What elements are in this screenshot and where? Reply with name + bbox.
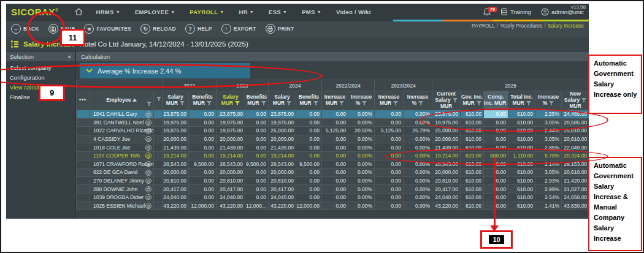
grid-cell[interactable]: 28,543.00 xyxy=(217,160,245,168)
grid-cell[interactable]: 0.00 xyxy=(189,193,217,202)
sidebar-item-configuration[interactable]: Configuration xyxy=(6,73,75,83)
column-header-total-inc-mur[interactable]: Total Inc.MUR xyxy=(508,91,535,110)
grid-cell[interactable]: 20,417.00 xyxy=(163,185,189,194)
grid-cell[interactable]: 43,830.00 xyxy=(562,202,589,210)
grid-cell[interactable]: 24,040.00 xyxy=(163,193,189,202)
grid-cell[interactable]: 12,000.00 xyxy=(189,202,217,210)
grid-cell[interactable]: 0.00 xyxy=(189,185,217,194)
column-header-salary-mur[interactable]: SalaryMUR xyxy=(269,91,296,110)
column-header-benefits-mur[interactable]: BenefitsMUR xyxy=(245,91,269,110)
grid-cell[interactable]: 0.00 xyxy=(245,118,269,127)
column-header-salary-mur[interactable]: SalaryMUR xyxy=(163,91,189,110)
grid-cell[interactable]: 0.00 xyxy=(375,110,404,119)
filter-icon[interactable] xyxy=(477,101,481,105)
grid-cell[interactable]: 20,000.00 xyxy=(163,135,189,143)
reload-button[interactable]: ↻RELOAD xyxy=(140,24,176,34)
info-icon[interactable]: @ xyxy=(145,178,151,184)
grid-cell[interactable]: 0.00 xyxy=(322,202,348,210)
info-icon[interactable]: @ xyxy=(145,136,151,142)
grid-cell[interactable]: 0.00 xyxy=(484,185,508,194)
grid-cell[interactable]: 24,040.00 xyxy=(269,193,296,202)
grid-cell[interactable]: 0.00% xyxy=(348,176,375,185)
grid-cell[interactable]: 610.00 xyxy=(461,185,484,194)
employee-cell[interactable]: 1107 COOPER Tom@ xyxy=(90,151,154,160)
grid-cell[interactable]: 1,110.00 xyxy=(508,151,535,160)
filter-icon[interactable] xyxy=(362,101,367,105)
grid-cell[interactable]: 0.00% xyxy=(348,193,375,202)
grid-cell[interactable]: 0.00 xyxy=(245,193,269,202)
nav-item-ess[interactable]: ESS▼ xyxy=(269,9,287,15)
grid-cell[interactable]: 1.41% xyxy=(535,202,562,210)
column-header-current-salary-mur[interactable]: CurrentSalaryMUR xyxy=(432,91,461,110)
grid-cell[interactable]: 0.00 xyxy=(245,110,269,119)
grid-cell[interactable]: 22,049.00 xyxy=(562,143,589,152)
grid-cell[interactable]: 23,875.00 xyxy=(269,110,296,119)
employee-cell[interactable]: 1041 CAHILL Gary@ xyxy=(90,110,154,119)
grid-cell[interactable]: 0.00 xyxy=(189,143,217,152)
selector-cell[interactable] xyxy=(154,143,163,152)
info-icon[interactable]: @ xyxy=(145,153,151,159)
filter-icon[interactable] xyxy=(339,101,344,105)
grid-cell[interactable]: 43,220.00 xyxy=(432,202,461,210)
grid-cell[interactable]: 0.00 xyxy=(296,168,322,177)
average-increase-bar[interactable]: Average % Increase 2.44 % xyxy=(80,63,250,78)
column-header-increase-mur[interactable]: IncreaseMUR xyxy=(375,91,404,110)
grid-cell[interactable]: 0.00 xyxy=(322,185,348,194)
sidebar-item-select-company[interactable]: Select company xyxy=(6,63,75,73)
column-header-increase-[interactable]: Increase% xyxy=(404,91,432,110)
grid-cell[interactable]: 25,610.00 xyxy=(562,127,589,135)
employee-cell[interactable]: 1071 CRAWFORD Robert@ xyxy=(90,160,154,168)
grid-cell[interactable]: 2.55% xyxy=(535,110,562,119)
filter-icon[interactable] xyxy=(207,101,212,105)
grid-cell[interactable]: 5,125.00 xyxy=(375,127,404,135)
grid-cell[interactable]: 0.00 xyxy=(245,185,269,194)
grid-cell[interactable]: 610.00 xyxy=(461,143,484,152)
grid-cell[interactable]: 21,027.00 xyxy=(562,185,589,194)
grid-cell[interactable]: 43,220.00 xyxy=(163,202,189,210)
grid-cell[interactable]: 0.00 xyxy=(375,135,404,143)
grid-cell[interactable]: 23,875.00 xyxy=(432,110,461,119)
selector-cell[interactable] xyxy=(154,135,163,143)
info-icon[interactable]: @ xyxy=(145,119,151,126)
grid-cell[interactable]: 29,153.00 xyxy=(562,160,589,168)
grid-cell[interactable]: 0.00 xyxy=(375,168,404,177)
brand-logo[interactable]: SICORAX® xyxy=(11,7,59,17)
grid-cell[interactable]: 0.00 xyxy=(245,176,269,185)
grid-cell[interactable]: 0.00% xyxy=(404,143,432,152)
grid-cell[interactable]: 610.00 xyxy=(508,202,535,210)
grid-cell[interactable]: 0.00% xyxy=(348,143,375,152)
grid-cell[interactable]: 0.00% xyxy=(348,202,375,210)
grid-cell[interactable]: 0.00% xyxy=(348,160,375,168)
grid-cell[interactable]: 610.00 xyxy=(461,202,484,210)
filter-icon[interactable] xyxy=(549,101,554,105)
breadcrumb-item[interactable]: Yearly Procedures xyxy=(500,23,542,29)
grid-cell[interactable]: 19,975.00 xyxy=(432,118,461,127)
grid-cell[interactable]: 0.00 xyxy=(245,151,269,160)
selector-cell[interactable] xyxy=(154,176,163,185)
grid-cell[interactable]: 0.00 xyxy=(245,135,269,143)
grid-cell[interactable]: 20.50% xyxy=(348,127,375,135)
grid-cell[interactable]: 20,417.00 xyxy=(217,185,245,194)
grid-cell[interactable]: 2.54% xyxy=(535,193,562,202)
grid-cell[interactable]: 0.00% xyxy=(404,193,432,202)
grid-cell[interactable]: 610.00 xyxy=(508,185,535,194)
back-button[interactable]: ←BACK xyxy=(11,24,39,34)
grid-cell[interactable]: 0.00 xyxy=(296,193,322,202)
filter-icon[interactable] xyxy=(235,101,240,105)
grid-cell[interactable]: 0.00 xyxy=(189,110,217,119)
grid-cell[interactable]: 610.00 xyxy=(508,110,535,119)
selector-cell[interactable] xyxy=(154,193,163,202)
grid-cell[interactable]: 0.00 xyxy=(484,168,508,177)
row-gutter-cell[interactable] xyxy=(77,118,90,127)
column-header-benefits-mur[interactable]: BenefitsMUR xyxy=(189,91,217,110)
grid-cell[interactable]: 21,439.00 xyxy=(269,143,296,152)
home-icon[interactable] xyxy=(75,8,83,15)
grid-cell[interactable]: 0.00 xyxy=(484,127,508,135)
grid-cell[interactable]: 0.00% xyxy=(404,185,432,194)
grid-cell[interactable]: 0.00 xyxy=(296,110,322,119)
row-options-header[interactable]: ••• xyxy=(77,91,90,110)
grid-cell[interactable]: 0.00 xyxy=(189,127,217,135)
grid-cell[interactable]: 20,000.00 xyxy=(163,168,189,177)
grid-cell[interactable]: 0.00 xyxy=(375,202,404,210)
employee-cell[interactable]: 622 DE GEA David@ xyxy=(90,168,154,177)
